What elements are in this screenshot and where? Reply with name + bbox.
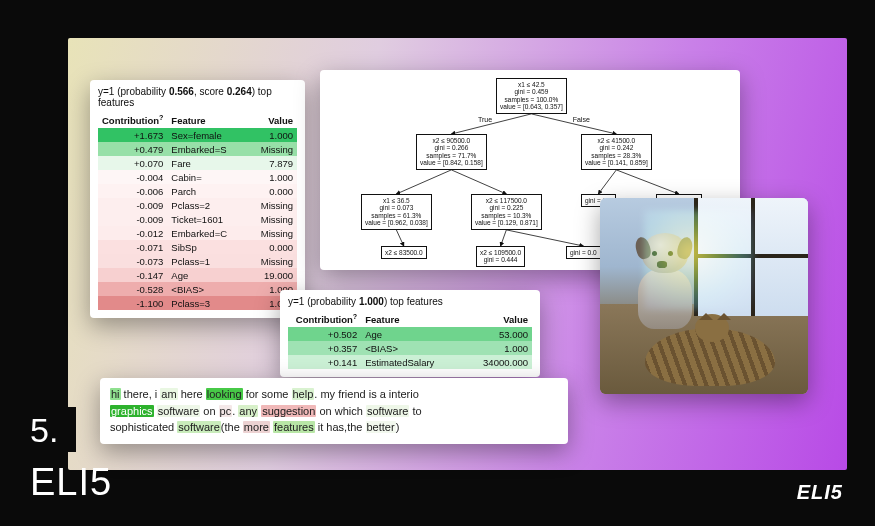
svg-line-3 xyxy=(451,170,506,194)
photo-scene xyxy=(600,198,808,394)
text-token: features xyxy=(273,421,315,433)
text-token: hi xyxy=(110,388,121,400)
text-token: help xyxy=(292,388,315,400)
svg-line-7 xyxy=(501,230,507,246)
tree-node: x2 ≤ 41500.0gini = 0.242samples = 28.3%v… xyxy=(581,134,652,170)
slide-title: ELI5 xyxy=(30,461,112,504)
table-row: -0.073Pclass=1Missing xyxy=(98,254,297,268)
gradcam-image-card xyxy=(600,198,808,394)
feature-table-small: y=1 (probability 1.000) top features Con… xyxy=(280,290,540,377)
text-token: any xyxy=(238,405,258,417)
text-token: ) xyxy=(396,421,400,433)
text-token: it has,the xyxy=(315,421,366,433)
table-row: +0.357<BIAS>1.000 xyxy=(288,341,532,355)
text-token: suggestion xyxy=(261,405,316,417)
slide-number: 5. xyxy=(0,407,76,452)
table-row: -0.004Cabin=1.000 xyxy=(98,170,297,184)
text-token: software xyxy=(177,421,221,433)
highlighted-text-card: hi there, i am here looking for some hel… xyxy=(100,378,568,444)
table-row: -0.009Pclass=2Missing xyxy=(98,198,297,212)
table-row: +0.070Fare7.879 xyxy=(98,156,297,170)
svg-line-4 xyxy=(598,170,616,194)
table-row: -0.071SibSp0.000 xyxy=(98,240,297,254)
text-token: here xyxy=(178,388,206,400)
card1-header: y=1 (probability 0.566, score 0.264) top… xyxy=(98,86,297,108)
text-token: am xyxy=(160,388,177,400)
text-token: for some xyxy=(243,388,292,400)
edge-label-false: False xyxy=(573,116,590,123)
table-row: +1.673Sex=female1.000 xyxy=(98,128,297,142)
svg-line-5 xyxy=(616,170,678,194)
text-token: sophisticated xyxy=(110,421,177,433)
text-token: graphics xyxy=(110,405,154,417)
text-token: . my friend is a interio xyxy=(314,388,419,400)
text-token: on which xyxy=(316,405,366,417)
tree-node: x2 ≤ 117500.0gini = 0.225samples = 10.3%… xyxy=(471,194,542,230)
text-token: software xyxy=(366,405,410,417)
text-token: to xyxy=(409,405,421,417)
feature-table-titanic: y=1 (probability 0.566, score 0.264) top… xyxy=(90,80,305,318)
card3-header: y=1 (probability 1.000) top features xyxy=(288,296,532,307)
text-token: better xyxy=(366,421,396,433)
table-row: +0.502Age53.000 xyxy=(288,327,532,341)
cat-figure xyxy=(645,328,775,386)
brand-label: ELI5 xyxy=(797,481,843,504)
tree-node: x1 ≤ 36.5gini = 0.073samples = 61.3%valu… xyxy=(361,194,432,230)
card1-table: Contribution? Feature Value +1.673Sex=fe… xyxy=(98,112,297,310)
text-token: software xyxy=(157,405,201,417)
text-token: more xyxy=(243,421,270,433)
text-token: (the xyxy=(221,421,243,433)
tree-node: gini = 0.0 xyxy=(566,246,601,259)
text-token: pc xyxy=(219,405,233,417)
card3-table: Contribution? Feature Value +0.502Age53.… xyxy=(288,311,532,369)
tree-node: x2 ≤ 109500.0gini = 0.444 xyxy=(476,246,525,267)
table-row: -0.006Parch0.000 xyxy=(98,184,297,198)
table-row: -0.009Ticket=1601Missing xyxy=(98,212,297,226)
table-row: +0.141EstimatedSalary34000.000 xyxy=(288,355,532,369)
table-row: -0.012Embarked=CMissing xyxy=(98,226,297,240)
svg-line-8 xyxy=(506,230,583,246)
edge-label-true: True xyxy=(478,116,492,123)
table-row: -1.100Pclass=31.000 xyxy=(98,296,297,310)
tree-node: x2 ≤ 83500.0 xyxy=(381,246,427,259)
heatmap-overlay xyxy=(644,210,754,310)
tree-node: x2 ≤ 90500.0gini = 0.266samples = 71.7%v… xyxy=(416,134,487,170)
text-token: there, i xyxy=(121,388,161,400)
table-row: -0.528<BIAS>1.000 xyxy=(98,282,297,296)
table-row: +0.479Embarked=SMissing xyxy=(98,142,297,156)
table-row: -0.147Age19.000 xyxy=(98,268,297,282)
tree-node: x1 ≤ 42.5gini = 0.459samples = 100.0%val… xyxy=(496,78,567,114)
svg-line-2 xyxy=(396,170,451,194)
text-token: looking xyxy=(206,388,243,400)
text-token: on xyxy=(200,405,218,417)
svg-line-6 xyxy=(396,230,403,246)
